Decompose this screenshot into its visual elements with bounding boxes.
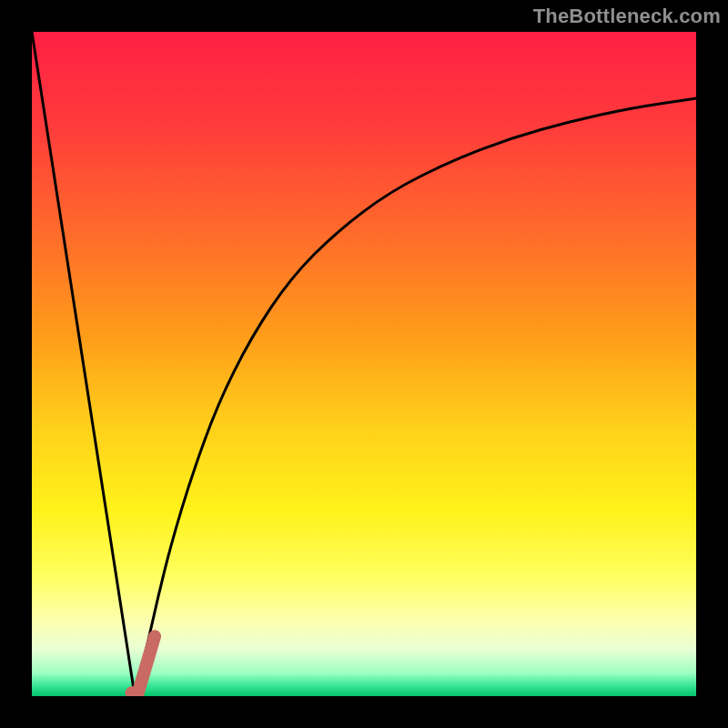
chart-container: TheBottleneck.com xyxy=(0,0,728,728)
gradient-background xyxy=(32,32,696,696)
watermark-text: TheBottleneck.com xyxy=(533,5,721,28)
chart-svg xyxy=(32,32,696,696)
plot-area xyxy=(32,32,696,696)
